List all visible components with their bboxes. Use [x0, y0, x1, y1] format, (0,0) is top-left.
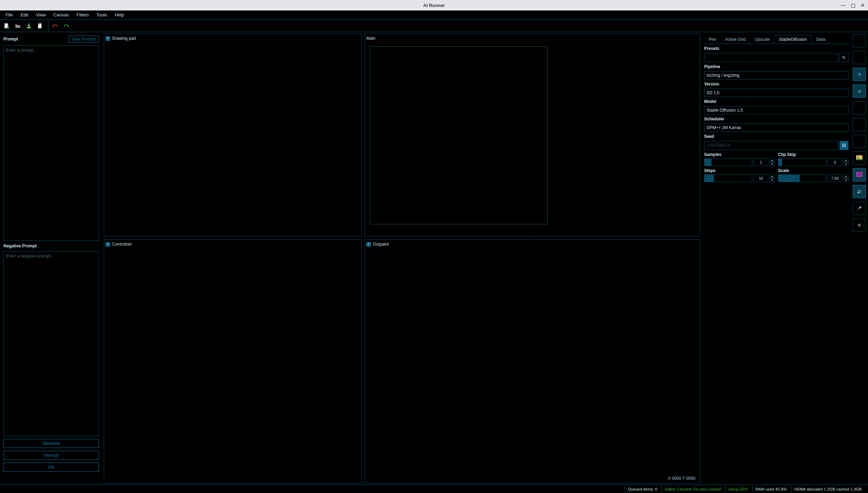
tool-settings-button[interactable]: ⚙: [853, 218, 866, 232]
plus-icon: ✦: [857, 71, 862, 78]
new-file-button[interactable]: [2, 21, 11, 30]
steps-slider[interactable]: [704, 174, 752, 182]
clipskip-slider[interactable]: [778, 158, 826, 166]
model-select[interactable]: Stable Diffusion 1.5: [704, 106, 848, 114]
svg-point-1: [7, 27, 9, 29]
samples-input[interactable]: [754, 158, 768, 166]
controlnet-panel: Controlnet: [104, 239, 362, 483]
tool-button-3[interactable]: ✦: [853, 68, 866, 81]
clipskip-label: Clip Skip: [778, 152, 848, 157]
tool-button-1[interactable]: [853, 34, 866, 47]
controlnet-checkbox[interactable]: [106, 242, 110, 247]
steps-label: Steps: [704, 168, 775, 173]
save-prompts-button[interactable]: Save Prompts: [69, 36, 99, 43]
dice-icon: ⚅: [842, 143, 846, 148]
undo-button[interactable]: [51, 21, 60, 30]
maximize-button[interactable]: ▢: [851, 3, 855, 8]
generate-button[interactable]: Generate: [3, 439, 99, 448]
tab-upscale[interactable]: Upscale: [750, 35, 774, 44]
pipeline-select[interactable]: txt2img / img2img: [704, 71, 848, 80]
svg-rect-8: [857, 173, 862, 176]
model-label: Model: [704, 99, 848, 104]
tab-pen[interactable]: Pen: [704, 35, 721, 44]
svg-point-4: [38, 23, 39, 25]
gallery-icon: [856, 172, 862, 178]
scale-slider[interactable]: [778, 174, 826, 182]
menu-filters[interactable]: Filters: [73, 11, 92, 19]
prompt-input[interactable]: [3, 45, 99, 241]
interrupt-button[interactable]: Interrupt: [3, 451, 99, 460]
scheduler-select[interactable]: DPM++ 2M Karras: [704, 124, 848, 132]
menu-file[interactable]: File: [2, 11, 16, 19]
menu-view[interactable]: View: [32, 11, 49, 19]
progress-bar: 0%: [3, 463, 99, 472]
main-canvas-area[interactable]: [370, 46, 548, 224]
image-icon: [856, 155, 862, 161]
tool-button-7[interactable]: [853, 135, 866, 148]
right-toolbar: ✦ ⊞ 🔊 🎤 ⚙: [851, 32, 868, 485]
tab-stablediffusion[interactable]: StableDiffusion: [774, 35, 812, 44]
negative-prompt-label: Negative Prompt: [3, 244, 37, 248]
pipeline-label: Pipeline: [704, 64, 848, 69]
close-button[interactable]: ✕: [860, 3, 865, 8]
tool-sound-button[interactable]: 🔊: [853, 185, 866, 198]
negative-prompt-input[interactable]: [3, 251, 99, 436]
clipskip-up[interactable]: ▲: [844, 158, 848, 162]
minimize-button[interactable]: —: [841, 3, 846, 8]
menu-tools[interactable]: Tools: [93, 11, 111, 19]
presets-select[interactable]: [704, 53, 838, 62]
tool-image-button[interactable]: [853, 151, 866, 165]
grid-icon: ⊞: [858, 89, 861, 94]
drag-handle-icon[interactable]: ┄┄: [525, 236, 539, 237]
clipskip-down[interactable]: ▼: [844, 162, 848, 166]
coordinates-display: X 0000 Y 0000: [668, 476, 695, 481]
tool-gallery-button[interactable]: [853, 168, 866, 181]
steps-down[interactable]: ▼: [770, 178, 775, 182]
drawing-pad-panel: Drawing pad: [104, 33, 362, 237]
open-file-button[interactable]: [13, 21, 22, 30]
menubar: File Edit View Canvas Filters Tools Help: [0, 10, 868, 20]
outpaint-label: Outpaint: [373, 242, 389, 247]
drawing-pad-checkbox[interactable]: [106, 36, 110, 41]
microphone-icon: 🎤: [857, 206, 862, 211]
steps-up[interactable]: ▲: [770, 174, 775, 178]
samples-up[interactable]: ▲: [770, 158, 775, 162]
svg-point-6: [857, 156, 859, 157]
menu-help[interactable]: Help: [111, 11, 128, 19]
menu-edit[interactable]: Edit: [17, 11, 32, 19]
refresh-icon: ↻: [842, 55, 846, 60]
scale-up[interactable]: ▲: [844, 174, 848, 178]
tab-active-grid[interactable]: Active Grid: [721, 35, 750, 44]
seed-input[interactable]: [704, 141, 838, 150]
right-panel: Pen Active Grid Upscale StableDiffusion …: [701, 32, 851, 485]
tool-button-2[interactable]: [853, 51, 866, 64]
status-queued: Queued items: 0: [625, 486, 660, 492]
window-titlebar: AI Runner — ▢ ✕: [0, 0, 868, 10]
version-select[interactable]: SD 1.5: [704, 89, 848, 97]
samples-slider[interactable]: [704, 158, 752, 166]
presets-refresh-button[interactable]: ↻: [839, 53, 848, 62]
tool-button-5[interactable]: [853, 101, 866, 114]
scale-down[interactable]: ▼: [844, 178, 848, 182]
menu-canvas[interactable]: Canvas: [50, 11, 72, 19]
scale-label: Scale: [778, 168, 848, 173]
steps-input[interactable]: [754, 174, 768, 182]
main-canvas-label: Main: [366, 36, 375, 41]
tool-grid-button[interactable]: ⊞: [853, 84, 866, 98]
import-button[interactable]: [24, 21, 33, 30]
redo-button[interactable]: [62, 21, 71, 30]
speaker-icon: 🔊: [857, 189, 862, 194]
tab-stats[interactable]: Stats: [812, 35, 830, 44]
tool-mic-button[interactable]: 🎤: [853, 202, 866, 215]
clipskip-input[interactable]: [828, 158, 842, 166]
status-vram: VRAM allocated 1.2GB cached 1.3GB: [791, 486, 865, 492]
document-button[interactable]: [36, 21, 45, 30]
samples-down[interactable]: ▼: [770, 162, 775, 166]
prompt-label: Prompt: [3, 37, 18, 42]
scale-input[interactable]: [828, 174, 842, 182]
seed-randomize-button[interactable]: ⚅: [839, 141, 848, 150]
tool-button-6[interactable]: [853, 118, 866, 131]
status-safety: Safety Checker On and Loaded: [662, 486, 724, 492]
outpaint-checkbox[interactable]: [366, 242, 371, 247]
drawing-pad-label: Drawing pad: [112, 36, 136, 41]
